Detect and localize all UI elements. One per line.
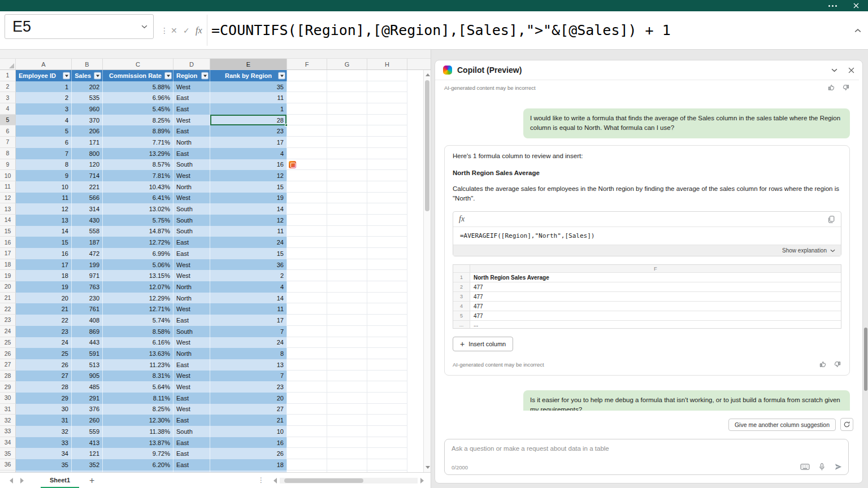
cell[interactable]: 14 xyxy=(210,203,287,215)
empty-cell[interactable] xyxy=(287,103,327,115)
empty-cell[interactable] xyxy=(287,170,327,181)
cell[interactable]: 14 xyxy=(210,293,287,304)
empty-cell[interactable] xyxy=(367,404,407,415)
empty-cell[interactable] xyxy=(327,248,367,259)
cell[interactable]: 35 xyxy=(210,81,287,93)
cell[interactable]: 33 xyxy=(16,437,72,448)
row-header-17[interactable]: 17 xyxy=(0,248,16,259)
cell[interactable]: 443 xyxy=(72,337,103,348)
row-header-16[interactable]: 16 xyxy=(0,237,16,248)
cell[interactable]: 8.31% xyxy=(103,371,173,382)
cell[interactable]: 206 xyxy=(72,125,103,137)
suggested-formula[interactable]: =AVERAGEIF([Region],"North",[Sales]) xyxy=(453,226,841,245)
filter-dropdown-icon[interactable] xyxy=(201,72,209,79)
cell[interactable]: 485 xyxy=(72,381,103,393)
cell[interactable]: 29 xyxy=(16,393,72,404)
cell[interactable]: 5.64% xyxy=(103,381,173,393)
cell[interactable]: 11 xyxy=(16,193,72,204)
empty-cell[interactable] xyxy=(287,193,327,204)
formula-input[interactable]: =COUNTIFS([Region],[@Region],[Sales],">"… xyxy=(211,11,845,49)
empty-cell[interactable] xyxy=(287,415,327,426)
cell[interactable]: 10 xyxy=(210,426,287,437)
empty-cell[interactable] xyxy=(327,193,367,204)
cell[interactable]: East xyxy=(173,237,210,248)
empty-cell[interactable] xyxy=(367,459,407,470)
row-header-23[interactable]: 23 xyxy=(0,315,16,326)
empty-cell[interactable] xyxy=(287,226,327,237)
empty-cell[interactable] xyxy=(327,393,367,404)
cell[interactable]: 11 xyxy=(210,92,287,103)
empty-cell[interactable] xyxy=(287,315,327,326)
cell[interactable]: 24 xyxy=(210,337,287,348)
cell[interactable]: 7 xyxy=(210,371,287,382)
chevron-down-icon[interactable] xyxy=(141,25,153,29)
empty-cell[interactable] xyxy=(327,437,367,448)
cell[interactable]: 559 xyxy=(72,426,103,437)
empty-cell[interactable] xyxy=(327,359,367,371)
cell[interactable]: 17 xyxy=(16,259,72,271)
empty-cell[interactable] xyxy=(367,248,407,259)
empty-cell[interactable] xyxy=(367,348,407,359)
vertical-scrollbar[interactable] xyxy=(423,70,431,472)
cell[interactable]: 27 xyxy=(16,371,72,382)
cell[interactable]: 472 xyxy=(72,248,103,259)
empty-cell[interactable] xyxy=(287,348,327,359)
show-explanation-button[interactable]: Show explanation xyxy=(453,245,841,256)
empty-cell[interactable] xyxy=(367,415,407,426)
cell[interactable]: 16 xyxy=(210,159,287,171)
empty-cell[interactable] xyxy=(367,315,407,326)
cell[interactable]: 17 xyxy=(210,137,287,148)
cell[interactable]: 21 xyxy=(16,303,72,315)
cell[interactable]: 5 xyxy=(16,125,72,137)
empty-cell[interactable] xyxy=(367,226,407,237)
cell[interactable]: 9.72% xyxy=(103,448,173,459)
cell[interactable]: 8.11% xyxy=(103,393,173,404)
row-header-27[interactable]: 27 xyxy=(0,359,16,371)
cell[interactable]: 24 xyxy=(210,237,287,248)
close-panel-icon[interactable] xyxy=(848,67,854,73)
cell[interactable]: 10.43% xyxy=(103,181,173,193)
next-sheet-icon[interactable] xyxy=(16,474,28,487)
cell[interactable]: 5.75% xyxy=(103,215,173,226)
cell[interactable]: 4 xyxy=(16,115,72,126)
cell[interactable]: 971 xyxy=(72,270,103,281)
cell[interactable]: 13 xyxy=(210,359,287,371)
row-header-12[interactable]: 12 xyxy=(0,193,16,204)
cell[interactable]: East xyxy=(173,448,210,459)
empty-cell[interactable] xyxy=(367,92,407,103)
cell[interactable]: 199 xyxy=(72,259,103,271)
cell[interactable]: 352 xyxy=(72,459,103,470)
empty-cell[interactable] xyxy=(327,237,367,248)
cell[interactable]: 221 xyxy=(72,181,103,193)
cell[interactable]: 408 xyxy=(72,315,103,326)
cell[interactable]: South xyxy=(173,426,210,437)
empty-cell[interactable] xyxy=(367,448,407,459)
cell[interactable]: 6.99% xyxy=(103,248,173,259)
cell[interactable]: 8.89% xyxy=(103,125,173,137)
empty-cell[interactable] xyxy=(287,181,327,193)
cell[interactable]: 800 xyxy=(72,148,103,159)
cell[interactable]: 23 xyxy=(16,326,72,337)
row-header-33[interactable]: 33 xyxy=(0,426,16,437)
drag-handle-icon[interactable]: ⋮ xyxy=(258,476,264,484)
empty-cell[interactable] xyxy=(367,359,407,371)
cell[interactable]: 17 xyxy=(210,315,287,326)
cell[interactable]: 6.16% xyxy=(103,337,173,348)
cell[interactable]: 13 xyxy=(16,215,72,226)
cell[interactable]: 27 xyxy=(210,404,287,415)
empty-cell[interactable] xyxy=(287,293,327,304)
cell[interactable]: West xyxy=(173,337,210,348)
cell[interactable]: West xyxy=(173,115,210,126)
empty-cell[interactable] xyxy=(327,137,367,148)
empty-cell[interactable] xyxy=(367,81,407,93)
empty-cell[interactable] xyxy=(327,159,367,171)
sheet-tab[interactable]: Sheet1 xyxy=(41,473,79,488)
empty-cell[interactable] xyxy=(327,226,367,237)
cell[interactable]: 13.02% xyxy=(103,203,173,215)
cell[interactable]: 19 xyxy=(16,281,72,293)
cell[interactable]: 370 xyxy=(72,115,103,126)
empty-cell[interactable] xyxy=(287,270,327,281)
cell[interactable]: 202 xyxy=(72,81,103,93)
cell[interactable]: 960 xyxy=(72,103,103,115)
empty-cell[interactable] xyxy=(367,137,407,148)
